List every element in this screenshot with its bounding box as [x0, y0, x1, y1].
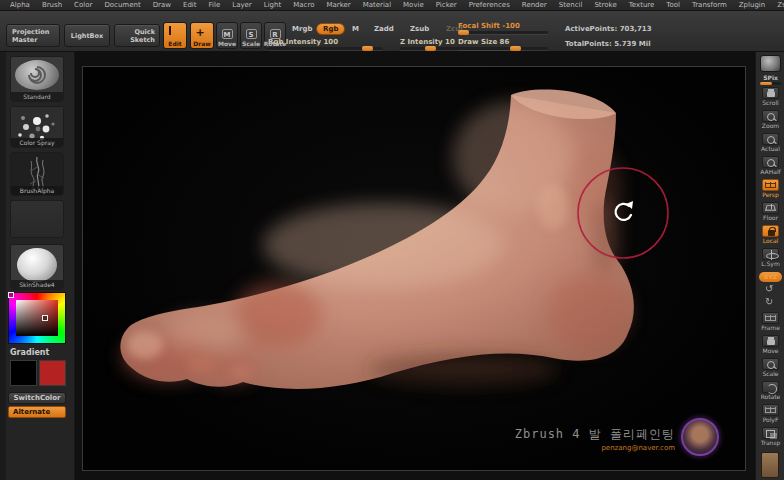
menu-item-stroke[interactable]: Stroke [588, 1, 622, 9]
rs-item-icon [762, 381, 779, 393]
rs-item-label: Transp [761, 439, 781, 447]
menu-item-stencil[interactable]: Stencil [553, 1, 589, 9]
hue-cursor[interactable] [8, 292, 14, 298]
rs-item-icon [762, 335, 779, 347]
scale-mode-button[interactable]: S Scale [240, 22, 262, 49]
rs-item-aahalf[interactable]: AAHalf [756, 154, 784, 177]
material-sphere-icon [17, 248, 57, 282]
draw-size-handle[interactable] [510, 46, 521, 51]
edit-quad-icon [169, 27, 182, 39]
rs-item-icon [762, 298, 779, 310]
menu-item-tool[interactable]: Tool [660, 1, 686, 9]
menu-item-picker[interactable]: Picker [430, 1, 463, 9]
stroke-thumbnail[interactable]: Color Spray [10, 106, 64, 148]
menu-item-render[interactable]: Render [516, 1, 553, 9]
rs-item-move[interactable]: Move [756, 333, 784, 356]
menu-item-layer[interactable]: Layer [226, 1, 258, 9]
switch-color-button[interactable]: SwitchColor [8, 392, 66, 404]
rgb-button[interactable]: Rgb [316, 23, 345, 35]
menu-item-alpha[interactable]: Alpha [4, 1, 36, 9]
mrgb-button[interactable]: Mrgb [292, 25, 312, 33]
menu-item-macro[interactable]: Macro [287, 1, 320, 9]
draw-size-track[interactable] [458, 47, 548, 50]
alpha-thumbnail[interactable]: BrushAlpha [10, 152, 64, 196]
move-label: Move [218, 40, 236, 47]
zsub-button[interactable]: Zsub [410, 25, 429, 33]
move-mode-button[interactable]: M Move [216, 22, 238, 49]
color-picker-cursor[interactable] [42, 315, 48, 321]
draw-size-slider[interactable]: Draw Size 86 [458, 38, 548, 50]
rgb-intensity-track[interactable] [268, 47, 383, 50]
material-label: SkinShade4 [11, 280, 63, 289]
rs-item-persp[interactable]: Persp [756, 177, 784, 200]
menu-item-zscript[interactable]: Zscript [771, 1, 784, 9]
document-viewport[interactable]: Zbrush 4 발 폴리페인팅 penzang@naver.com [82, 66, 746, 471]
canvas-area[interactable]: Zbrush 4 발 폴리페인팅 penzang@naver.com [75, 52, 755, 480]
rs-item-label: Frame [761, 324, 780, 332]
menu-item-marker[interactable]: Marker [320, 1, 356, 9]
foot-3d-model[interactable] [83, 67, 747, 472]
quick-sketch-button[interactable]: Quick Sketch [114, 24, 160, 47]
rs-item-icon [762, 133, 779, 145]
menu-item-draw[interactable]: Draw [147, 1, 177, 9]
menu-item-file[interactable]: File [203, 1, 227, 9]
m-button[interactable]: M [352, 25, 359, 33]
canvas-scrollbar[interactable] [761, 452, 779, 478]
draw-mode-button[interactable]: + Draw [190, 22, 214, 49]
focal-shift-slider[interactable]: Focal Shift -100 [458, 22, 548, 34]
rs-item-scale[interactable]: Scale [756, 356, 784, 379]
secondary-color-swatch[interactable] [39, 360, 66, 386]
menu-item-transform[interactable]: Transform [686, 1, 733, 9]
rs-item-icon [762, 110, 779, 122]
rgb-intensity-slider[interactable]: Rgb Intensity 100 [268, 38, 383, 50]
rs-item-lsym[interactable]: L.Sym [756, 246, 784, 269]
rs-item-transp[interactable]: Transp [756, 425, 784, 448]
rs-item-label: Scale [762, 370, 778, 378]
rs-item-label: Rotate [761, 393, 781, 401]
menu-item-material[interactable]: Material [357, 1, 397, 9]
menu-item-edit[interactable]: Edit [177, 1, 203, 9]
focal-shift-track[interactable] [458, 31, 548, 34]
z-intensity-handle[interactable] [425, 46, 436, 51]
gradient-toggle[interactable]: Gradient [10, 348, 49, 357]
menu-item-preferences[interactable]: Preferences [463, 1, 516, 9]
rs-item-local[interactable]: Local [756, 223, 784, 246]
color-picker-sv-area[interactable] [16, 300, 58, 336]
menu-item-brush[interactable]: Brush [36, 1, 68, 9]
edit-mode-button[interactable]: Edit [163, 22, 187, 49]
lightbox-button[interactable]: LightBox [64, 24, 110, 47]
rgb-intensity-handle[interactable] [362, 46, 373, 51]
focal-shift-handle[interactable] [458, 30, 469, 35]
rs-item-zoom[interactable]: Zoom [756, 108, 784, 131]
bpr-render-button[interactable] [760, 55, 781, 72]
color-picker[interactable] [8, 292, 66, 344]
menu-item-light[interactable]: Light [258, 1, 287, 9]
watermark: Zbrush 4 발 폴리페인팅 penzang@naver.com [515, 426, 675, 452]
rs-item-actual[interactable]: Actual [756, 131, 784, 154]
rs-item-frame[interactable]: Frame [756, 310, 784, 333]
rs-item-floor[interactable]: Floor [756, 200, 784, 223]
rs-item-scroll[interactable]: Scroll [756, 85, 784, 108]
top-shelf: Projection Master LightBox Quick Sketch … [0, 11, 784, 52]
texture-slot[interactable] [10, 200, 64, 238]
author-avatar [681, 418, 719, 456]
main-color-swatch[interactable] [10, 360, 37, 386]
zadd-button[interactable]: Zadd [374, 25, 394, 33]
menu-item-movie[interactable]: Movie [397, 1, 430, 9]
rs-item-label: Persp [762, 191, 779, 199]
rs-item-polyf[interactable]: PolyF [756, 402, 784, 425]
menu-item-texture[interactable]: Texture [623, 1, 661, 9]
material-thumbnail[interactable]: SkinShade4 [10, 244, 64, 290]
projection-master-button[interactable]: Projection Master [6, 24, 60, 47]
draw-cross-icon: + [196, 27, 209, 39]
rs-item[interactable] [756, 297, 784, 310]
menu-item-zplugin[interactable]: Zplugin [733, 1, 771, 9]
rs-item-rotate[interactable]: Rotate [756, 379, 784, 402]
menu-item-document[interactable]: Document [98, 1, 146, 9]
spix-slider[interactable]: SPix [758, 74, 783, 85]
current-brush-thumbnail[interactable]: Standard [10, 56, 64, 102]
alternate-button[interactable]: Alternate [8, 406, 66, 418]
rs-item-label: Move [762, 347, 778, 355]
left-shelf: Standard Color Spray BrushAlpha [0, 52, 75, 480]
menu-item-color[interactable]: Color [68, 1, 98, 9]
